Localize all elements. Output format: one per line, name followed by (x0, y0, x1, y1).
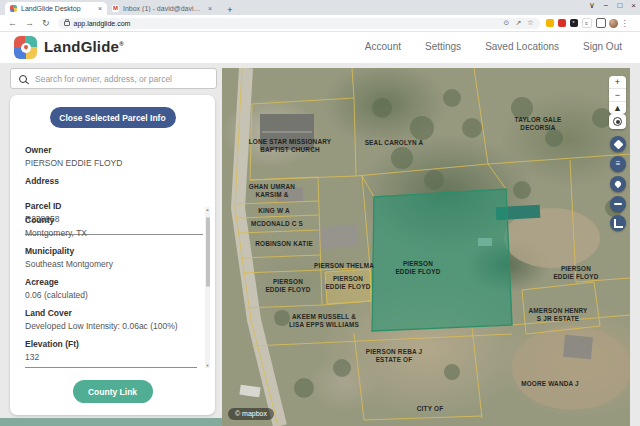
extensions-puzzle-icon[interactable] (596, 18, 606, 28)
tab-close-icon[interactable]: × (208, 5, 212, 12)
field-value: 132 (25, 352, 197, 362)
parcel-label-amerson-henry-s-jr-estate[interactable]: AMERSON HENRYS JR ESTATE (528, 307, 588, 322)
drop-pin-button[interactable] (610, 176, 626, 192)
parcel-search-box[interactable] (10, 68, 217, 89)
locate-me-button[interactable] (609, 114, 626, 129)
tab-title: LandGlide Desktop (21, 5, 94, 12)
field-row: Acreage0.06 (calculated) (25, 277, 197, 300)
extension-icon[interactable]: * (570, 19, 578, 27)
pin-icon (614, 180, 622, 188)
parcel-label-pierson-eddie-floyd-west[interactable]: PIERSONEDDIE FLOYD (265, 278, 310, 293)
share-icon[interactable]: ↗ (515, 19, 521, 27)
parcel-label-moore-wanda-j[interactable]: MOORE WANDA J (521, 380, 579, 387)
window-maximize-button[interactable]: □ (617, 1, 622, 10)
password-extension-icon[interactable] (546, 19, 554, 27)
legend-icon: ≡ (616, 160, 621, 168)
parcel-label-ghan-umran-karsim[interactable]: GHAN UMRANKARSIM & (249, 183, 296, 198)
brand-wordmark: LandGlide® (44, 38, 124, 55)
back-icon[interactable]: ← (8, 18, 17, 28)
house (563, 335, 593, 359)
tags-layer-button[interactable] (610, 136, 626, 152)
nav-settings[interactable]: Settings (425, 41, 461, 52)
county-link-button[interactable]: County Link (73, 380, 153, 403)
measure-line-button[interactable] (610, 196, 626, 212)
parcel-label-pierson-eddie-floyd-east[interactable]: PIERSONEDDIE FLOYD (553, 265, 598, 280)
adobe-pdf-extension-icon[interactable] (558, 19, 566, 27)
forward-icon[interactable]: → (25, 18, 34, 28)
selected-parcel[interactable] (372, 189, 512, 331)
parcel-label-pierson-reba-j-estate-of[interactable]: PIERSON REBA JESTATE OF (366, 348, 423, 363)
panel-scrollbar[interactable]: ▲ ▼ (205, 207, 210, 368)
parcel-label-seal-carolyn-a[interactable]: SEAL CAROLYN A (365, 139, 424, 146)
zoom-out-button[interactable]: − (609, 89, 626, 102)
parcel-label-akeem-russell-lisa-epps-williams[interactable]: AKEEM RUSSELL &LISA EPPS WILLIAMS (289, 313, 360, 328)
tab-search-icon[interactable]: ∨ (589, 1, 595, 10)
parcel-scroll-fields: CountyMontgomery, TXMunicipalitySoutheas… (25, 207, 197, 368)
browser-tab-strip: LandGlide Desktop × M Inbox (1) - david@… (0, 0, 640, 15)
parcel-map[interactable]: LONE STAR MISSIONARYBAPTIST CHURCHSEAL C… (222, 68, 630, 426)
lock-icon (64, 21, 70, 26)
app-nav: Account Settings Saved Locations Sign Ou… (365, 41, 622, 52)
field-row: Elevation (Ft)132 (25, 339, 197, 362)
new-tab-button[interactable]: + (225, 5, 235, 15)
browser-toolbar: ← → ↻ app.landglide.com ⊙ ↗ ☆ * ≡ ⋮ (0, 15, 640, 32)
ruler-icon (614, 219, 623, 228)
field-value (25, 189, 203, 193)
address-bar[interactable]: app.landglide.com ⊙ ↗ ☆ (58, 18, 540, 29)
landglide-favicon-icon (10, 5, 17, 12)
house (317, 224, 359, 250)
compass-icon[interactable]: ▲ (609, 102, 626, 114)
parcel-label-king-w-a[interactable]: KING W A (258, 207, 290, 214)
close-selected-parcel-button[interactable]: Close Selected Parcel Info (50, 107, 176, 128)
browser-tab-inactive[interactable]: M Inbox (1) - david@davidmdunn... × (107, 2, 217, 15)
field-row: OwnerPIERSON EDDIE FLOYD (25, 145, 203, 168)
mobile-home (239, 385, 260, 398)
field-label: County (25, 215, 197, 225)
chrome-menu-icon[interactable]: ⋮ (621, 19, 629, 28)
scroll-down-icon[interactable]: ▼ (205, 363, 210, 368)
window-minimize-button[interactable]: − (604, 1, 609, 10)
legend-button[interactable]: ≡ (610, 156, 626, 172)
locate-icon (613, 117, 622, 126)
parcel-label-city-of[interactable]: CITY OF (417, 405, 444, 412)
search-input[interactable] (33, 73, 216, 85)
parcel-label-robinson-katie[interactable]: ROBINSON KATIE (255, 240, 313, 247)
parcel-label-mcdonald-c-s[interactable]: MCDONALD C S (251, 220, 304, 227)
minus-icon (614, 203, 622, 205)
nav-sign-out[interactable]: Sign Out (583, 41, 622, 52)
reload-icon[interactable]: ↻ (42, 18, 50, 28)
scrollbar-thumb[interactable] (206, 217, 210, 287)
field-value: Montgomery, TX (25, 228, 197, 238)
zoom-in-button[interactable]: + (609, 76, 626, 89)
tag-icon (613, 139, 623, 149)
window-close-button[interactable]: × (631, 1, 636, 10)
bookmark-star-icon[interactable]: ☆ (527, 19, 533, 27)
parcel-info-panel: Close Selected Parcel Info OwnerPIERSON … (10, 95, 215, 415)
field-row: CountyMontgomery, TX (25, 215, 197, 238)
tab-close-icon[interactable]: × (98, 5, 102, 12)
landglide-logo-icon (14, 36, 37, 59)
ruler-button[interactable] (610, 215, 626, 231)
search-icon (19, 75, 27, 83)
list-extension-icon[interactable]: ≡ (582, 18, 592, 28)
gmail-favicon-icon: M (112, 5, 119, 12)
field-value: 0.06 (calculated) (25, 290, 197, 300)
page-footer-strip (0, 418, 222, 426)
parcel-label-pierson-thelma[interactable]: PIERSON THELMA (314, 262, 374, 269)
parcel-label-taylor-gale-decorsia[interactable]: TAYLOR GALEDECORSIA (515, 116, 562, 131)
scroll-up-icon[interactable]: ▲ (205, 207, 210, 212)
registered-mark: ® (119, 41, 124, 47)
geolocation-icon[interactable]: ⊙ (504, 19, 510, 27)
profile-avatar[interactable] (609, 19, 618, 28)
browser-tab-active[interactable]: LandGlide Desktop × (5, 2, 107, 15)
app-header: LandGlide® Account Settings Saved Locati… (0, 32, 640, 63)
mapbox-attribution[interactable]: © mapbox (228, 408, 274, 420)
field-value: Developed Low Intensity: 0.06ac (100%) (25, 321, 197, 331)
field-label: Municipality (25, 246, 197, 256)
nav-saved-locations[interactable]: Saved Locations (485, 41, 559, 52)
field-row: MunicipalitySoutheast Montgomery (25, 246, 197, 269)
parcel-label-lone-star-missionary-baptist-church[interactable]: LONE STAR MISSIONARYBAPTIST CHURCH (249, 138, 332, 153)
field-label: Owner (25, 145, 203, 155)
nav-account[interactable]: Account (365, 41, 401, 52)
field-label: Elevation (Ft) (25, 339, 197, 349)
